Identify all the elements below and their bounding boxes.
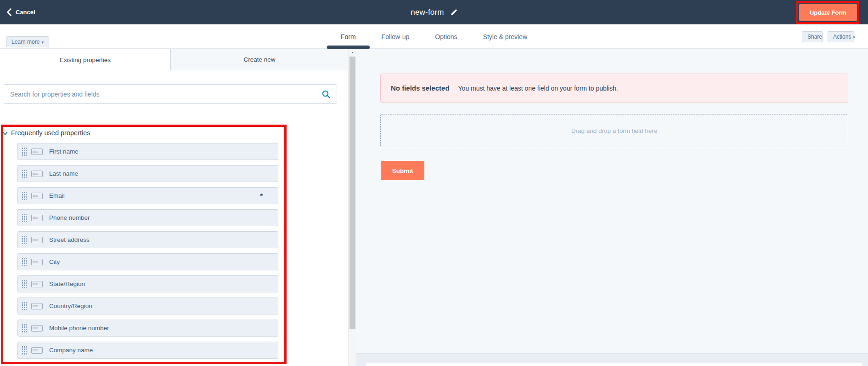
edit-pencil-icon[interactable]: [451, 9, 457, 16]
text-field-icon: abc: [31, 303, 43, 309]
drag-handle-icon[interactable]: [22, 257, 27, 267]
panel-scrollbar[interactable]: ▲: [348, 49, 356, 366]
tab-options[interactable]: Options: [435, 33, 457, 40]
scrollbar-thumb[interactable]: [349, 57, 355, 329]
dropzone-label: Drag and drop a form field here: [571, 127, 658, 134]
text-field-icon: abc: [31, 281, 43, 287]
property-card-city[interactable]: abc City: [17, 253, 278, 270]
form-field-dropzone[interactable]: Drag and drop a form field here: [380, 114, 848, 147]
update-form-button[interactable]: Update Form: [799, 4, 857, 21]
chevron-down-icon[interactable]: [2, 131, 8, 136]
property-card-country-region[interactable]: abc Country/Region: [17, 297, 278, 315]
property-label: Email: [49, 192, 65, 199]
section-title: Frequently used properties: [11, 129, 90, 137]
text-field-glyph: abc: [33, 349, 38, 352]
drag-handle-icon[interactable]: [22, 323, 27, 333]
property-card-first-name[interactable]: abc First name: [17, 143, 278, 160]
text-field-icon: abc: [31, 259, 43, 265]
text-field-glyph: abc: [33, 216, 38, 219]
text-field-icon: abc: [31, 215, 43, 221]
tab-form[interactable]: Form: [341, 33, 356, 40]
property-label: State/Region: [49, 280, 85, 287]
required-asterisk: *: [260, 192, 263, 200]
text-field-glyph: abc: [33, 260, 38, 263]
form-title-area: new-form: [0, 0, 868, 24]
no-fields-alert: No fields selected You must have at leas…: [380, 74, 848, 103]
drag-handle-icon[interactable]: [22, 345, 27, 355]
property-label: Last name: [49, 170, 78, 177]
top-navbar: Cancel new-form Update Form: [0, 0, 868, 24]
property-card-company-name[interactable]: abc Company name: [17, 342, 278, 359]
property-card-last-name[interactable]: abc Last name: [17, 165, 278, 182]
caret-down-icon: ▾: [853, 35, 855, 40]
property-label: First name: [49, 148, 79, 155]
property-label: Street address: [49, 236, 90, 243]
search-input[interactable]: [4, 85, 337, 103]
property-card-street-address[interactable]: abc Street address: [17, 231, 278, 248]
drag-handle-icon[interactable]: [22, 191, 27, 200]
actions-label: Actions: [833, 34, 851, 40]
next-section-card-edge: [366, 363, 862, 366]
alert-message: You must have at least one field on your…: [458, 85, 618, 92]
property-label: City: [49, 258, 60, 265]
drag-handle-icon[interactable]: [22, 213, 27, 223]
submit-button-preview[interactable]: Submit: [381, 161, 424, 180]
text-field-glyph: abc: [33, 194, 38, 197]
scrollbar-up-arrow-icon[interactable]: ▲: [349, 49, 356, 56]
canvas-bottom-section: [356, 353, 868, 366]
tab-create-new[interactable]: Create new: [170, 49, 348, 70]
property-label: Country/Region: [49, 303, 92, 309]
property-label: Company name: [49, 347, 93, 354]
text-field-icon: abc: [31, 171, 43, 177]
text-field-glyph: abc: [33, 172, 38, 175]
property-card-state-region[interactable]: abc State/Region: [17, 275, 278, 292]
form-title: new-form: [411, 8, 444, 17]
property-search: [4, 84, 337, 104]
property-card-mobile-phone-number[interactable]: abc Mobile phone number: [17, 320, 278, 337]
property-card-phone-number[interactable]: abc Phone number: [17, 209, 278, 226]
text-field-icon: abc: [31, 149, 43, 155]
text-field-icon: abc: [31, 347, 43, 354]
drag-handle-icon[interactable]: [22, 279, 27, 289]
text-field-icon: abc: [31, 193, 43, 199]
property-card-email[interactable]: abc Email *: [17, 187, 278, 204]
text-field-glyph: abc: [33, 282, 38, 286]
text-field-glyph: abc: [33, 150, 38, 153]
tab-follow-up[interactable]: Follow-up: [382, 33, 410, 40]
drag-handle-icon[interactable]: [22, 301, 27, 311]
text-field-glyph: abc: [33, 238, 38, 241]
text-field-icon: abc: [31, 237, 43, 243]
tab-existing-properties[interactable]: Existing properties: [0, 49, 170, 70]
secondary-toolbar: Learn more▾ Form Follow-up Options Style…: [0, 24, 868, 49]
actions-button[interactable]: Actions▾: [828, 31, 854, 42]
property-label: Phone number: [49, 214, 90, 221]
tab-style-preview[interactable]: Style & preview: [483, 33, 527, 40]
drag-handle-icon[interactable]: [22, 169, 27, 178]
property-label: Mobile phone number: [49, 325, 109, 332]
text-field-icon: abc: [31, 325, 43, 332]
text-field-glyph: abc: [33, 326, 38, 330]
search-icon[interactable]: [322, 90, 330, 98]
form-canvas: No fields selected You must have at leas…: [356, 49, 868, 366]
drag-handle-icon[interactable]: [22, 235, 27, 245]
builder-tabs: Form Follow-up Options Style & preview: [0, 24, 868, 49]
alert-title: No fields selected: [391, 84, 450, 92]
drag-handle-icon[interactable]: [22, 147, 27, 156]
frequently-used-section-header[interactable]: Frequently used properties: [2, 129, 90, 137]
properties-panel: Existing properties Create new Frequentl…: [0, 49, 348, 366]
share-button[interactable]: Share: [802, 31, 823, 42]
text-field-glyph: abc: [33, 304, 38, 308]
